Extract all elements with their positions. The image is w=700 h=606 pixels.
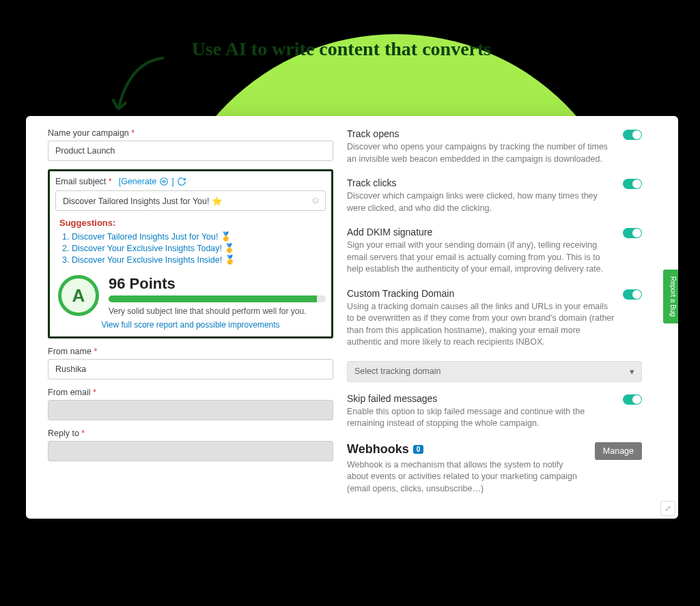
grade-badge: A [58,275,99,316]
setting-description: Using a tracking domain causes all the l… [347,301,616,349]
toggle-track-opens[interactable] [623,130,642,140]
svg-point-0 [160,178,168,186]
from-email-input[interactable] [48,400,333,420]
setting-tracking-domain: Custom Tracking Domain Using a tracking … [347,288,642,349]
setting-title: Track clicks [347,177,616,188]
email-subject-panel: Email subject * [Generate ] ☺ Suggestion… [48,169,333,338]
campaign-name-label: Name your campaign * [48,128,333,138]
from-email-label: From email * [48,388,333,397]
email-subject-input[interactable] [55,190,326,211]
from-name-field: From name * [48,347,333,379]
setting-description: Sign your email with your sending domain… [347,240,616,276]
toggle-track-clicks[interactable] [623,179,642,189]
right-column: Track opens Discover who opens your camp… [340,116,654,519]
score-panel: A 96 Points Very solid subject line that… [55,272,326,320]
from-name-label: From name * [48,347,333,356]
app-card: Name your campaign * Email subject * [Ge… [26,116,678,519]
webhooks-description: Webhook is a mechanism that allows the s… [347,459,587,495]
score-bar-fill [109,295,317,302]
campaign-name-field: Name your campaign * [48,128,333,161]
toggle-skip-failed[interactable] [623,394,642,405]
suggestion-link[interactable]: Discover Your Exclusive Insights Inside!… [72,255,236,265]
suggestion-link[interactable]: Discover Your Exclusive Insights Today! … [72,244,236,253]
toggle-tracking-domain[interactable] [623,289,642,300]
suggestions-list: Discover Tailored Insights Just for You!… [55,231,326,265]
score-description: Very solid subject line that should perf… [109,306,326,316]
suggestion-link[interactable]: Discover Tailored Insights Just for You!… [72,232,232,242]
toggle-dkim[interactable] [623,228,642,238]
setting-track-clicks: Track clicks Discover which campaign lin… [347,177,642,214]
setting-title: Custom Tracking Domain [347,288,616,299]
score-points: 96 Points [109,275,326,293]
setting-description: Enable this option to skip failed messag… [347,406,616,430]
setting-dkim: Add DKIM signature Sign your email with … [347,227,642,276]
setting-description: Discover who opens your campaigns by tra… [347,141,616,165]
score-report-link[interactable]: View full score report and possible impr… [55,320,326,330]
webhooks-count-badge: 0 [413,445,424,454]
list-item: Discover Your Exclusive Insights Today! … [72,242,326,254]
setting-title: Skip failed messages [347,393,616,404]
manage-button[interactable]: Manage [595,442,642,460]
from-email-field: From email * [48,388,333,420]
setting-skip-failed: Skip failed messages Enable this option … [347,393,642,430]
reply-to-field: Reply to * [48,429,333,461]
refresh-icon[interactable] [177,177,186,186]
setting-description: Discover which campaign links were click… [347,190,616,214]
webhooks-title: Webhooks 0 [347,442,587,457]
from-name-input[interactable] [48,359,333,379]
list-item: Discover Your Exclusive Insights Inside!… [72,254,326,265]
chevron-down-icon: ▾ [630,366,634,377]
emoji-icon[interactable]: ☺ [311,194,320,205]
annotation-text: Use AI to write content that converts [178,38,505,61]
setting-track-opens: Track opens Discover who opens your camp… [347,128,642,165]
left-column: Name your campaign * Email subject * [Ge… [26,116,340,519]
tracking-domain-select[interactable]: Select tracking domain ▾ [347,361,642,382]
reply-to-label: Reply to * [48,429,333,438]
setting-title: Track opens [347,128,616,139]
score-bar [109,295,326,302]
annotation-arrow [106,51,174,119]
suggestions-heading: Suggestions: [59,218,326,228]
list-item: Discover Tailored Insights Just for You!… [72,231,326,242]
email-subject-label: Email subject * [55,177,112,186]
campaign-name-input[interactable] [48,141,333,161]
reply-to-input[interactable] [48,441,333,461]
generate-link[interactable]: [Generate ] [119,177,186,186]
setting-title: Add DKIM signature [347,227,616,237]
webhooks-section: Webhooks 0 Webhook is a mechanism that a… [347,442,642,495]
select-placeholder: Select tracking domain [354,366,440,376]
ai-icon [159,177,169,186]
report-bug-tab[interactable]: Report a Bug [663,270,678,323]
chat-icon[interactable]: ⤢ [660,501,675,516]
